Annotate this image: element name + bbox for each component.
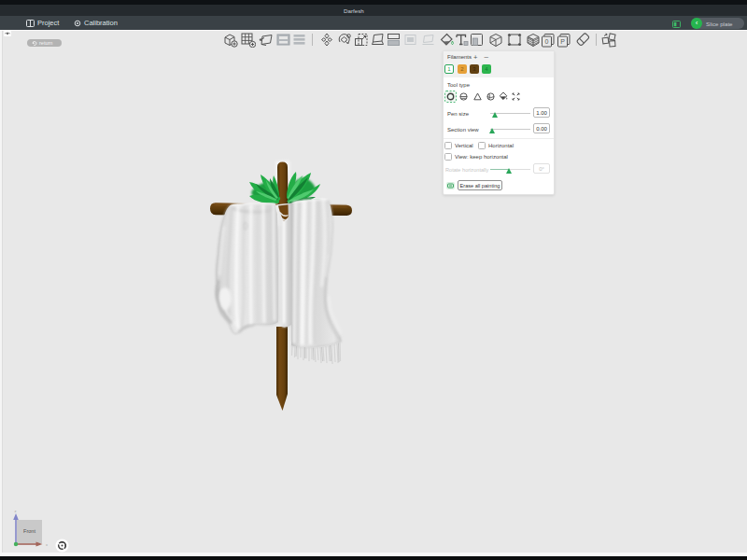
svg-text:z: z bbox=[15, 509, 17, 513]
svg-text:x: x bbox=[46, 542, 48, 547]
svg-text:0: 0 bbox=[544, 38, 548, 45]
svg-text:P: P bbox=[560, 38, 565, 45]
